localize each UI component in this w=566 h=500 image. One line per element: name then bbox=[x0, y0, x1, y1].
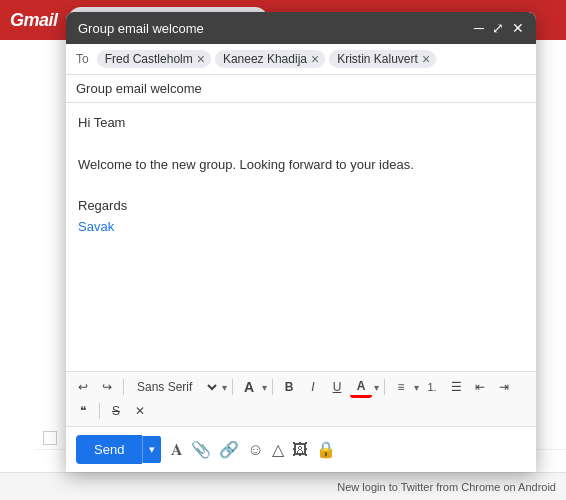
body-signature: Savak bbox=[78, 217, 524, 238]
text-color-button[interactable]: A bbox=[350, 376, 372, 398]
send-button-group: Send ▾ bbox=[76, 435, 161, 464]
bullet-list-button[interactable]: ☰ bbox=[445, 376, 467, 398]
body-line-1: Hi Team bbox=[78, 113, 524, 134]
remove-recipient-3[interactable]: × bbox=[422, 52, 430, 66]
signature-link[interactable]: Savak bbox=[78, 219, 114, 234]
to-field: To Fred Castleholm × Kaneez Khadija × Kr… bbox=[66, 44, 536, 75]
subject-field[interactable]: Group email welcome bbox=[66, 75, 536, 103]
italic-button[interactable]: I bbox=[302, 376, 324, 398]
compose-body: To Fred Castleholm × Kaneez Khadija × Kr… bbox=[66, 44, 536, 472]
underline-button[interactable]: U bbox=[326, 376, 348, 398]
toolbar-separator-4 bbox=[384, 379, 385, 395]
recipient-name-1: Fred Castleholm bbox=[105, 52, 193, 66]
font-select-arrow: ▾ bbox=[222, 382, 227, 393]
body-line-3: Regards bbox=[78, 196, 524, 217]
remove-recipient-1[interactable]: × bbox=[197, 52, 205, 66]
text-size-button[interactable]: A bbox=[238, 376, 260, 398]
recipient-name-3: Kristin Kaluvert bbox=[337, 52, 418, 66]
compose-title: Group email welcome bbox=[78, 21, 204, 36]
send-button[interactable]: Send bbox=[76, 435, 142, 464]
toolbar-separator-1 bbox=[123, 379, 124, 395]
recipient-chip-1[interactable]: Fred Castleholm × bbox=[97, 50, 211, 68]
send-bar: Send ▾ 𝐀 📎 🔗 ☺ △ 🖼 🔒 bbox=[66, 426, 536, 472]
compose-modal: Group email welcome ─ ⤢ ✕ To Fred Castle… bbox=[66, 12, 536, 472]
emoji-icon[interactable]: ☺ bbox=[247, 441, 263, 459]
recipient-chip-3[interactable]: Kristin Kaluvert × bbox=[329, 50, 436, 68]
body-line-2: Welcome to the new group. Looking forwar… bbox=[78, 155, 524, 176]
email-checkbox[interactable] bbox=[43, 431, 57, 445]
email-body[interactable]: Hi Team Welcome to the new group. Lookin… bbox=[66, 103, 536, 371]
image-icon[interactable]: 🖼 bbox=[292, 441, 308, 459]
sidebar bbox=[0, 40, 35, 500]
toolbar-separator-2 bbox=[232, 379, 233, 395]
gmail-logo: Gmail bbox=[10, 10, 58, 31]
close-icon[interactable]: ✕ bbox=[512, 20, 524, 36]
numbered-list-button[interactable]: 1. bbox=[421, 376, 443, 398]
indent-less-button[interactable]: ⇤ bbox=[469, 376, 491, 398]
bold-button[interactable]: B bbox=[278, 376, 300, 398]
recipient-chip-2[interactable]: Kaneez Khadija × bbox=[215, 50, 325, 68]
send-bar-icons: 𝐀 📎 🔗 ☺ △ 🖼 🔒 bbox=[171, 440, 335, 459]
indent-more-button[interactable]: ⇥ bbox=[493, 376, 515, 398]
formatting-toolbar: ↩ ↪ Sans Serif Serif Monospace ▾ A ▾ B I… bbox=[66, 371, 536, 426]
compose-header: Group email welcome ─ ⤢ ✕ bbox=[66, 12, 536, 44]
text-size-arrow: ▾ bbox=[262, 382, 267, 393]
toolbar-separator-5 bbox=[99, 403, 100, 419]
attach-icon[interactable]: 📎 bbox=[191, 440, 211, 459]
to-label: To bbox=[76, 52, 89, 66]
redo-button[interactable]: ↪ bbox=[96, 376, 118, 398]
text-format-icon[interactable]: 𝐀 bbox=[171, 441, 183, 459]
align-arrow: ▾ bbox=[414, 382, 419, 393]
lock-icon[interactable]: 🔒 bbox=[316, 440, 336, 459]
text-color-arrow: ▾ bbox=[374, 382, 379, 393]
subject-text: Group email welcome bbox=[76, 81, 202, 96]
strikethrough-button[interactable]: S bbox=[105, 400, 127, 422]
expand-icon[interactable]: ⤢ bbox=[492, 20, 504, 36]
bottom-bar: New login to Twitter from Chrome on Andr… bbox=[0, 472, 566, 500]
quote-button[interactable]: ❝ bbox=[72, 400, 94, 422]
align-button[interactable]: ≡ bbox=[390, 376, 412, 398]
minimize-icon[interactable]: ─ bbox=[474, 20, 484, 36]
recipient-name-2: Kaneez Khadija bbox=[223, 52, 307, 66]
remove-recipient-2[interactable]: × bbox=[311, 52, 319, 66]
send-dropdown[interactable]: ▾ bbox=[142, 436, 161, 463]
remove-format-button[interactable]: ✕ bbox=[129, 400, 151, 422]
compose-header-icons: ─ ⤢ ✕ bbox=[474, 20, 524, 36]
toolbar-separator-3 bbox=[272, 379, 273, 395]
link-icon[interactable]: 🔗 bbox=[219, 440, 239, 459]
drive-icon[interactable]: △ bbox=[272, 440, 284, 459]
notification-text: New login to Twitter from Chrome on Andr… bbox=[337, 481, 556, 493]
font-select[interactable]: Sans Serif Serif Monospace bbox=[129, 377, 220, 397]
undo-button[interactable]: ↩ bbox=[72, 376, 94, 398]
gmail-background: Gmail ☆ Twitter New login to Twitter fro… bbox=[0, 0, 566, 500]
